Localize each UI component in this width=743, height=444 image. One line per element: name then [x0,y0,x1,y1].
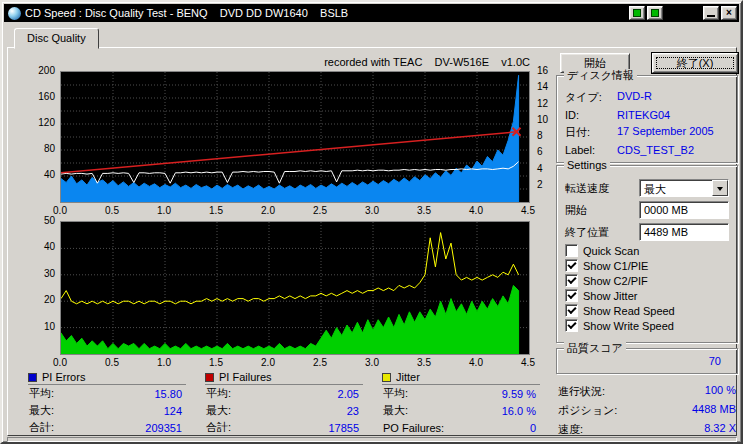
axis-tick-label: 40 [44,170,55,180]
legend-header: PI Errors [28,370,186,385]
combo-dropdown-button[interactable] [712,180,728,196]
pi-errors-swatch-icon [28,373,37,382]
axis-tick-label: 1.5 [209,358,223,368]
quality-score-group: 品質スコア 70 [556,348,738,374]
axis-tick-label: 8 [537,131,543,141]
legend-row: 最大:16.0 % [382,402,540,419]
legend-row-value: 2.05 [338,388,359,400]
axis-tick-label: 50 [44,216,55,226]
axis-tick-label: 200 [38,66,55,76]
axis-tick-label: 4.5 [521,358,535,368]
legend-row-label: PO Failures: [383,422,444,434]
legend-row-value: 17855 [328,422,359,434]
titlebar-green-button-1[interactable] [629,6,645,20]
quality-score-value: 70 [709,355,721,367]
legend-row-value: 16.0 % [502,405,536,417]
titlebar-spacer [665,13,701,14]
axis-tick-label: 0.5 [105,206,119,216]
axis-tick-label: 3.5 [417,358,431,368]
axis-tick-label: 30 [44,269,55,279]
axis-tick-label: 6 [537,147,543,157]
legend-row: 平均:2.05 [205,385,363,402]
minimize-button[interactable] [703,6,719,20]
axis-tick-label: 3.0 [365,358,379,368]
tab-disc-quality[interactable]: Disc Quality [14,28,99,49]
legend-row: 平均:9.59 % [382,385,540,402]
settings-group: Settings 転送速度 最大 開始 0000 MB 終了位置 4489 MB… [556,165,738,343]
show-c2-pif-checkbox[interactable] [565,274,578,287]
jitter-swatch-icon [382,373,391,382]
axis-tick-label: 3.0 [365,206,379,216]
minimize-icon [707,15,715,17]
titlebar-green-button-2[interactable] [647,6,663,20]
legend-row: 最大:23 [205,402,363,419]
disc-info-row: Label:CDS_TEST_B2 [557,142,737,158]
field-label: 日付: [565,125,617,140]
disc-type-value: DVD-R [617,90,729,105]
exit-button[interactable]: 終了(X) [652,53,738,73]
speed-status-row: 速度: 8.32 X [556,422,738,437]
legend-jitter: Jitter 平均:9.59 % 最大:16.0 % PO Failures:0 [382,370,540,436]
axis-tick-label: 20 [44,295,55,305]
status-bar [7,437,737,442]
legend-row: 最大:124 [28,402,186,419]
chevron-down-icon [717,187,723,194]
checkbox-label: Show Jitter [583,290,637,302]
window-title: CD Speed : Disc Quality Test - BENQ DVD … [25,7,629,19]
checkbox-row-show-c1-pie[interactable]: Show C1/PIE [557,258,737,273]
transfer-speed-select[interactable]: 最大 [639,179,729,197]
axis-tick-label: 160 [38,92,55,102]
axis-tick-label: 1.5 [209,206,223,216]
checkbox-label: Quick Scan [583,245,639,257]
legend-row-label: 平均: [206,386,231,401]
legend-row-label: 合計: [206,420,231,435]
legend-title: PI Failures [219,371,272,383]
status-label: 速度: [558,422,583,437]
legend-header: Jitter [382,370,540,385]
checkbox-row-quick-scan[interactable]: Quick Scan [557,243,737,258]
axis-tick-label: 2.5 [313,358,327,368]
start-position-row: 開始 0000 MB [557,199,737,221]
disc-info-row: 日付:17 September 2005 [557,123,737,142]
legend-row: 合計:209351 [28,419,186,436]
checkbox-row-show-c2-pif[interactable]: Show C2/PIF [557,273,737,288]
show-write-speed-checkbox[interactable] [565,319,578,332]
checkbox-row-show-read-speed[interactable]: Show Read Speed [557,303,737,318]
end-position-input[interactable]: 4489 MB [639,223,729,241]
field-label: Label: [565,144,617,156]
legend-row-value: 124 [164,405,182,417]
disc-date-value: 17 September 2005 [617,125,729,140]
status-label: ポジション: [558,403,617,418]
field-label: タイプ: [565,90,617,105]
checkbox-row-show-jitter[interactable]: Show Jitter [557,288,737,303]
speed-value: 8.32 X [704,422,736,437]
axis-tick-label: 40 [44,242,55,252]
legend-pi-errors: PI Errors 平均:15.80 最大:124 合計:209351 [28,370,186,436]
disc-info-group: ディスク情報 タイプ:DVD-R ID:RITEKG04 日付:17 Septe… [556,75,738,163]
axis-tick-label: 0.5 [105,358,119,368]
selected-option: 最大 [640,180,712,196]
quick-scan-checkbox[interactable] [565,244,578,257]
start-position-input[interactable]: 0000 MB [639,201,729,219]
axis-tick-label: 12 [537,99,548,109]
checkbox-row-show-write-speed[interactable]: Show Write Speed [557,318,737,333]
pi-failures-jitter-chart [60,221,530,355]
field-label: 終了位置 [565,225,639,240]
chart1-canvas [61,72,529,202]
chart1-left-axis: 4080120160200 [28,71,58,203]
axis-tick-label: 4.5 [521,206,535,216]
legend-row-value: 23 [347,405,359,417]
show-jitter-checkbox[interactable] [565,289,578,302]
chart2-x-axis: 0.00.51.01.52.02.53.03.54.04.5 [60,357,530,369]
axis-tick-label: 0.0 [53,358,67,368]
legend-row: PO Failures:0 [382,419,540,436]
axis-tick-label: 10 [537,115,548,125]
axis-tick-label: 4.0 [469,206,483,216]
close-button[interactable]: × [721,6,737,20]
axis-tick-label: 14 [537,82,548,92]
legend-title: PI Errors [42,371,85,383]
show-c1-pie-checkbox[interactable] [565,259,578,272]
checkbox-label: Show C2/PIF [583,275,648,287]
show-read-speed-checkbox[interactable] [565,304,578,317]
legend-header: PI Failures [205,370,363,385]
